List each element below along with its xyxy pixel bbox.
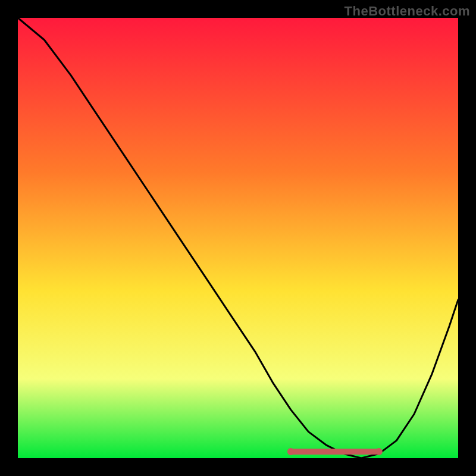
svg-point-2 [306,450,310,453]
svg-point-1 [375,448,383,455]
watermark-text: TheBottleneck.com [345,4,470,19]
svg-point-3 [324,450,328,453]
svg-point-5 [359,450,363,453]
svg-point-0 [287,448,295,455]
chart-frame: TheBottleneck.com [0,0,476,476]
svg-point-4 [342,450,345,453]
optimal-range-marker [287,448,383,455]
gradient-plot-area [18,18,458,458]
bottleneck-chart [0,0,476,476]
